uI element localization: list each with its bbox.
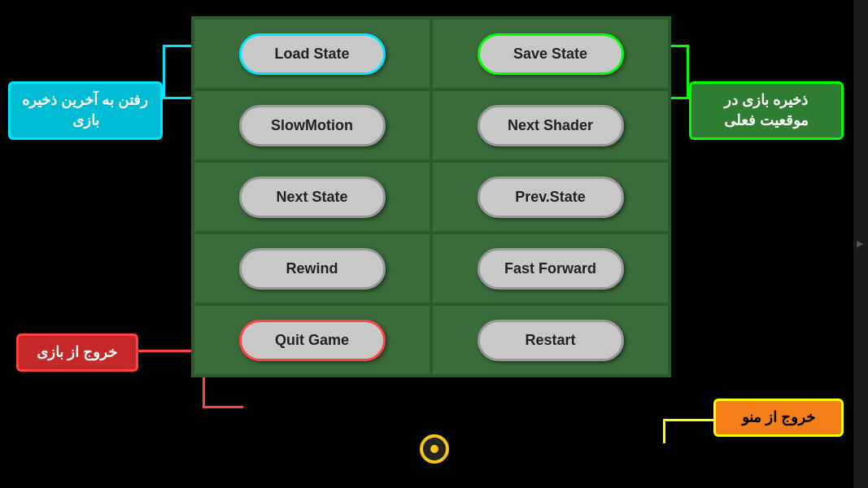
save-state-button[interactable]: Save State	[478, 33, 624, 75]
cell-fast-forward: Fast Forward	[431, 233, 670, 304]
connector-green-vertical	[687, 45, 689, 97]
connector-yellow-horizontal	[665, 419, 713, 421]
fast-forward-button[interactable]: Fast Forward	[478, 248, 624, 290]
rewind-button[interactable]: Rewind	[239, 248, 386, 290]
cell-load-state: Load State	[193, 18, 431, 89]
callout-exit-menu: خروج از منو	[713, 399, 844, 437]
right-strip: ▶	[853, 0, 868, 488]
connector-yellow-vertical	[663, 419, 665, 443]
next-shader-button[interactable]: Next Shader	[478, 105, 624, 146]
callout-save-state: ذخیره بازی در موقعیت فعلی	[689, 81, 844, 140]
restart-button[interactable]: Restart	[478, 320, 624, 361]
quit-game-button[interactable]: Quit Game	[239, 320, 386, 361]
callout-quit-game: خروج از بازی	[16, 333, 138, 372]
connector-red-bottom	[203, 406, 243, 408]
button-grid: Load State Save State SlowMotion Next Sh…	[191, 16, 671, 377]
circle-inner	[430, 445, 438, 453]
cell-next-shader: Next Shader	[431, 89, 670, 161]
circle-indicator	[420, 434, 449, 464]
next-state-button[interactable]: Next State	[239, 176, 386, 218]
cell-quit-game: Quit Game	[193, 304, 431, 376]
prev-state-button[interactable]: Prev.State	[478, 176, 624, 218]
cell-prev-state: Prev.State	[431, 161, 670, 233]
connector-cyan-vertical	[163, 45, 165, 97]
cell-rewind: Rewind	[193, 233, 431, 304]
cell-restart: Restart	[431, 304, 670, 376]
cell-slow-motion: SlowMotion	[193, 89, 431, 161]
load-state-button[interactable]: Load State	[239, 33, 386, 75]
cell-save-state: Save State	[431, 18, 670, 89]
slow-motion-button[interactable]: SlowMotion	[239, 105, 386, 146]
right-strip-text: ▶	[856, 238, 866, 251]
cell-next-state: Next State	[193, 161, 431, 233]
callout-load-state: رفتن به آخرین ذخیره بازی	[8, 81, 163, 140]
